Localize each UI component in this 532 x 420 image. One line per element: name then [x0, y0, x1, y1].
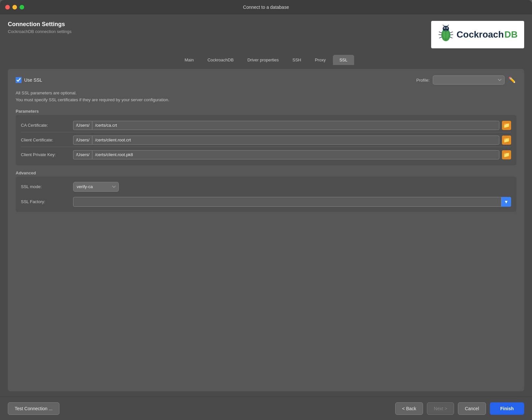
client-cert-input[interactable]: [92, 136, 499, 145]
tab-ssh[interactable]: SSH: [286, 55, 308, 65]
maximize-button[interactable]: [20, 5, 24, 9]
client-key-prefix: /Users/: [73, 150, 92, 159]
use-ssl-text: Use SSL: [24, 77, 42, 83]
svg-line-8: [439, 32, 442, 33]
ssl-factory-row: SSL Factory: ▼: [21, 196, 511, 208]
finish-button[interactable]: Finish: [490, 402, 524, 415]
client-cert-row: Client Certificate: /Users/ 📁: [21, 134, 511, 147]
advanced-section-label: Advanced: [16, 170, 516, 175]
svg-line-6: [443, 25, 445, 26]
ssl-mode-row: SSL mode: disable allow prefer require v…: [21, 181, 511, 193]
tab-bar: Main CockroachDB Driver properties SSH P…: [8, 55, 524, 65]
next-button[interactable]: Next >: [427, 402, 454, 415]
client-cert-label: Client Certificate:: [21, 137, 73, 142]
logo-box: Cockroach DB: [431, 21, 524, 48]
svg-point-5: [447, 28, 447, 28]
parameters-section: Parameters CA Certificate: /Users/ 📁: [16, 109, 516, 165]
connection-settings-subtitle: CockroachDB connection settings: [8, 29, 71, 34]
tab-cockroachdb[interactable]: CockroachDB: [201, 55, 240, 65]
logo-text: Cockroach DB: [457, 29, 518, 40]
client-key-input[interactable]: [92, 150, 499, 159]
client-key-label: Client Private Key:: [21, 152, 73, 157]
traffic-lights: [5, 5, 24, 9]
bottom-bar: Test Connection ... < Back Next > Cancel…: [0, 396, 532, 420]
advanced-section: Advanced SSL mode: disable allow prefer …: [16, 170, 516, 212]
logo-db: DB: [505, 29, 518, 40]
use-ssl-checkbox[interactable]: [16, 77, 22, 83]
svg-line-11: [449, 32, 453, 33]
svg-point-4: [444, 28, 445, 28]
client-cert-folder-button[interactable]: 📁: [502, 136, 511, 145]
client-key-row: Client Private Key: /Users/ 📁: [21, 148, 511, 161]
ca-cert-prefix: /Users/: [73, 121, 92, 130]
client-key-folder-button[interactable]: 📁: [502, 150, 511, 159]
profile-select[interactable]: [433, 75, 505, 85]
advanced-box: SSL mode: disable allow prefer require v…: [16, 177, 516, 212]
ca-cert-folder-button[interactable]: 📁: [502, 121, 511, 130]
header-text: Connection Settings CockroachDB connecti…: [8, 21, 71, 34]
logo-cockroach: Cockroach: [457, 29, 504, 40]
profile-edit-button[interactable]: ✏️: [508, 76, 516, 84]
back-button[interactable]: < Back: [395, 402, 423, 415]
parameters-section-label: Parameters: [16, 109, 516, 114]
svg-line-9: [439, 35, 442, 35]
client-cert-prefix: /Users/: [73, 136, 92, 145]
ssl-factory-dropdown-button[interactable]: ▼: [501, 197, 511, 207]
test-connection-button[interactable]: Test Connection ...: [8, 402, 59, 415]
cancel-button[interactable]: Cancel: [458, 402, 486, 415]
title-bar: Connect to a database: [0, 0, 532, 14]
tab-driver-properties[interactable]: Driver properties: [241, 55, 285, 65]
ssl-factory-input-group: ▼: [73, 197, 511, 207]
header-section: Connection Settings CockroachDB connecti…: [8, 21, 524, 48]
ssl-info-line2: You must specify SSL certificates if the…: [16, 97, 516, 104]
ca-cert-input[interactable]: [92, 121, 499, 130]
client-cert-input-group: /Users/: [73, 136, 499, 145]
cockroachdb-logo-icon: [438, 25, 454, 44]
ssl-mode-label: SSL mode:: [21, 184, 73, 189]
folder-icon: 📁: [503, 137, 510, 143]
svg-line-13: [449, 37, 452, 38]
tab-ssl[interactable]: SSL: [333, 55, 354, 65]
tab-proxy[interactable]: Proxy: [308, 55, 332, 65]
ca-cert-label: CA Certificate:: [21, 123, 73, 128]
chevron-down-icon: ▼: [504, 199, 509, 204]
svg-line-10: [439, 37, 442, 38]
ssl-info-line1: All SSL parameters are optional.: [16, 90, 516, 97]
folder-icon: 📁: [503, 122, 510, 128]
minimize-button[interactable]: [12, 5, 17, 9]
client-key-input-group: /Users/: [73, 150, 499, 159]
folder-icon: 📁: [503, 152, 510, 158]
svg-line-7: [447, 25, 449, 26]
window-title: Connect to a database: [243, 5, 289, 10]
ssl-header-row: Use SSL Profile: ✏️: [16, 75, 516, 85]
svg-line-12: [449, 35, 453, 35]
use-ssl-label[interactable]: Use SSL: [16, 77, 42, 83]
params-box: CA Certificate: /Users/ 📁 Client Certifi…: [16, 115, 516, 165]
ca-cert-row: CA Certificate: /Users/ 📁: [21, 119, 511, 132]
tab-main[interactable]: Main: [178, 55, 200, 65]
ca-cert-input-group: /Users/: [73, 121, 499, 130]
ssl-panel: Use SSL Profile: ✏️ All SSL parameters a…: [8, 69, 524, 391]
profile-label: Profile:: [416, 78, 430, 83]
close-button[interactable]: [5, 5, 10, 9]
ssl-factory-input[interactable]: [73, 197, 501, 207]
ssl-info: All SSL parameters are optional. You mus…: [16, 90, 516, 104]
connection-settings-title: Connection Settings: [8, 21, 71, 28]
profile-row: Profile: ✏️: [416, 75, 516, 85]
ssl-factory-label: SSL Factory:: [21, 199, 73, 204]
ssl-mode-select[interactable]: disable allow prefer require verify-ca v…: [73, 182, 119, 192]
